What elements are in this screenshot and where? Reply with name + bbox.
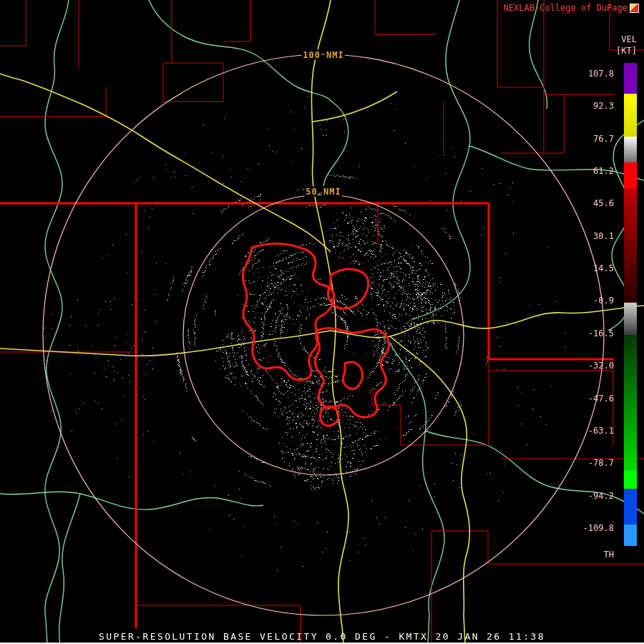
legend-tick: 45.6: [571, 198, 614, 208]
state-borders: [0, 203, 614, 628]
river-line: [0, 492, 263, 509]
river-line: [530, 0, 547, 109]
river-line: [412, 0, 470, 319]
legend-tick: -94.2: [571, 491, 614, 501]
legend-tick: 30.1: [571, 231, 614, 241]
river-line: [386, 336, 444, 644]
colorbar-segment: [624, 471, 637, 489]
legend-tick: -109.8: [571, 523, 614, 533]
legend-title: VEL: [621, 34, 637, 44]
colorbar-segment: [624, 489, 637, 525]
county-line: [375, 0, 436, 34]
velocity-colorbar: [624, 63, 637, 546]
legend-tick: -63.1: [571, 426, 614, 436]
urban-area-boundaries: [243, 243, 389, 426]
highway-line: [311, 0, 348, 644]
colorbar-segment: [624, 525, 637, 546]
range-rings: 100 NMI 50 NMI: [43, 50, 604, 615]
county-line: [501, 94, 564, 153]
county-line: [223, 0, 250, 42]
river-line: [59, 494, 80, 644]
colorbar-segment: [624, 303, 637, 335]
interstate-highways: [0, 0, 644, 644]
legend-tick: -78.7: [571, 458, 614, 468]
legend-tick: 14.5: [571, 263, 614, 273]
radar-screen: 100 NMI 50 NMI NEXLAB-College of DuPage …: [0, 0, 644, 644]
river-line: [149, 0, 348, 195]
colorbar-segment: [624, 335, 637, 471]
legend-tick: 107.8: [571, 69, 614, 79]
range-ring-label-50: 50 NMI: [306, 187, 341, 197]
colorbar-segment: [624, 94, 637, 137]
legend-tick: -47.6: [571, 394, 614, 404]
urban-boundary-line: [243, 243, 333, 380]
status-text: SUPER-RESOLUTION BASE VELOCITY 0.0 DEG -…: [99, 631, 545, 642]
legend-tick: 61.2: [571, 166, 614, 176]
legend-tick: -32.0: [571, 361, 614, 371]
colorbar-segment: [624, 137, 637, 162]
highway-line: [313, 92, 397, 122]
legend-threshold-label: TH: [604, 550, 614, 560]
legend-tick: 92.3: [571, 101, 614, 111]
legend-tick: 76.7: [571, 134, 614, 144]
range-ring-label-100: 100 NMI: [303, 50, 344, 60]
colorbar-segment: [624, 188, 637, 303]
urban-boundary-line: [315, 328, 389, 418]
velocity-legend: VEL [KT] 107.892.376.761.245.630.114.5-0…: [558, 0, 644, 572]
status-bar: SUPER-RESOLUTION BASE VELOCITY 0.0 DEG -…: [99, 631, 545, 642]
colorbar-segment: [624, 63, 637, 94]
legend-tick: -0.9: [571, 296, 614, 306]
map-overlay: 100 NMI 50 NMI: [0, 0, 644, 644]
range-ring-100nmi: [43, 54, 604, 615]
urban-boundary-line: [321, 406, 339, 426]
legend-units: [KT]: [616, 46, 637, 56]
river-lines: [0, 0, 644, 644]
urban-boundary-line: [343, 362, 362, 389]
county-boundaries: [0, 0, 644, 644]
colorbar-segment: [624, 162, 637, 188]
county-line: [401, 405, 489, 445]
highway-line: [390, 336, 469, 644]
legend-tick: -16.5: [571, 328, 614, 338]
county-line: [0, 0, 26, 46]
